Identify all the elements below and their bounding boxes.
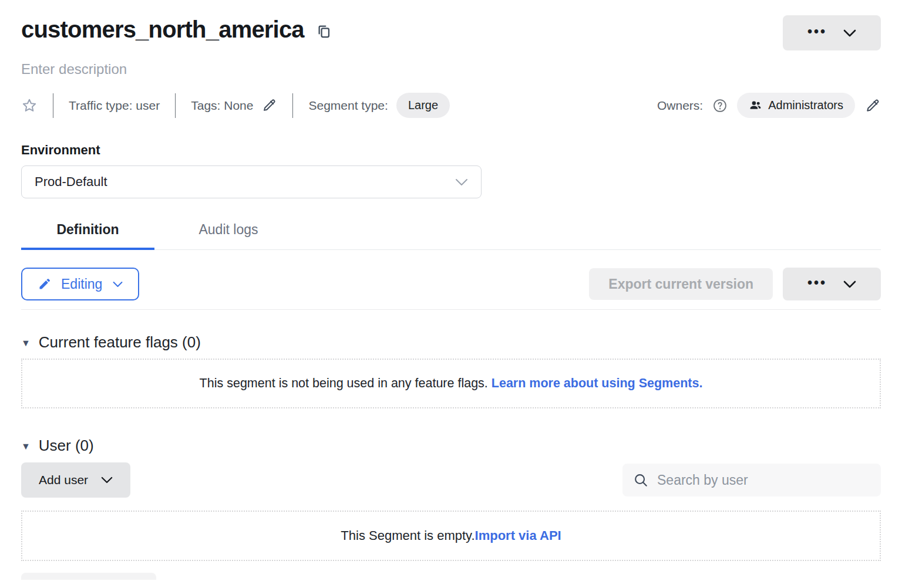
editing-mode-button[interactable]: Editing: [21, 268, 139, 300]
edit-tags-button[interactable]: [261, 97, 277, 113]
search-icon: [633, 472, 649, 488]
user-search-input[interactable]: [656, 472, 870, 489]
environment-selected-value: Prod-Default: [35, 174, 107, 190]
copy-name-button[interactable]: [316, 23, 332, 39]
environment-label: Environment: [21, 143, 881, 158]
user-section-heading: ▼ User (0): [21, 437, 881, 455]
ellipsis-icon: •••: [807, 276, 827, 290]
environment-select[interactable]: Prod-Default: [21, 165, 482, 198]
edit-owners-button[interactable]: [864, 97, 881, 114]
environment-section: Environment Prod-Default: [21, 143, 881, 198]
collapse-caret-icon[interactable]: ▼: [21, 441, 31, 452]
chevron-down-icon: [843, 29, 856, 37]
chevron-down-icon: [455, 178, 468, 186]
owners-group: Owners: Administrators: [657, 93, 881, 118]
owners-label: Owners:: [657, 99, 703, 113]
user-controls-row: Add user: [21, 462, 881, 498]
tab-bar: Definition Audit logs: [21, 222, 881, 250]
divider: [175, 93, 176, 118]
description-placeholder[interactable]: Enter description: [21, 61, 127, 77]
page-title: customers_north_america: [21, 15, 304, 43]
owners-badge: Administrators: [737, 93, 855, 118]
feature-flags-empty-state: This segment is not being used in any fe…: [21, 359, 881, 408]
users-empty-text: This Segment is empty.: [341, 528, 474, 543]
copy-icon: [316, 23, 332, 39]
cutoff-element: [21, 573, 156, 580]
tags-label: Tags: None: [191, 99, 253, 113]
header-more-menu-button[interactable]: •••: [783, 15, 881, 50]
tags: Tags: None: [191, 97, 277, 113]
chevron-down-icon: [113, 281, 123, 288]
question-circle-icon: [712, 98, 728, 113]
owners-help-button[interactable]: [712, 98, 728, 113]
user-section-title: User (0): [39, 437, 94, 455]
tab-audit-logs[interactable]: Audit logs: [154, 222, 302, 249]
pencil-icon: [261, 97, 277, 113]
meta-row: Traffic type: user Tags: None Segment ty…: [21, 93, 881, 118]
ellipsis-icon: •••: [807, 25, 827, 39]
toolbar-more-menu-button[interactable]: •••: [783, 268, 881, 300]
segment-detail-page: customers_north_america ••• Enter descri…: [0, 0, 902, 580]
favorite-star-button[interactable]: [21, 97, 38, 114]
collapse-caret-icon[interactable]: ▼: [21, 338, 31, 349]
add-user-button[interactable]: Add user: [21, 462, 130, 498]
divider: [292, 93, 293, 118]
import-via-api-link[interactable]: Import via API: [475, 528, 561, 543]
divider: [21, 309, 881, 310]
export-current-version-button[interactable]: Export current version: [589, 268, 773, 300]
owners-value: Administrators: [768, 99, 843, 112]
pencil-icon: [864, 97, 881, 114]
learn-more-link[interactable]: Learn more about using Segments.: [492, 376, 703, 390]
tab-definition-label: Definition: [56, 222, 119, 237]
page-header: customers_north_america •••: [21, 15, 881, 50]
segment-type: Segment type: Large: [308, 93, 450, 118]
editing-label: Editing: [61, 276, 102, 292]
divider: [53, 93, 53, 118]
people-icon: [749, 99, 762, 112]
traffic-type-label: Traffic type: user: [69, 99, 160, 113]
tab-definition[interactable]: Definition: [21, 222, 154, 249]
chevron-down-icon: [843, 281, 856, 288]
pencil-filled-icon: [38, 277, 52, 291]
user-search-box: [622, 464, 881, 496]
users-empty-state: This Segment is empty.Import via API: [21, 511, 881, 561]
feature-flags-empty-text: This segment is not being used in any fe…: [200, 376, 492, 390]
definition-toolbar: Editing Export current version •••: [21, 268, 881, 300]
tab-audit-logs-label: Audit logs: [198, 222, 258, 237]
segment-type-badge: Large: [396, 93, 450, 118]
feature-flags-section-title: Current feature flags (0): [39, 333, 201, 352]
add-user-label: Add user: [39, 473, 88, 487]
traffic-type: Traffic type: user: [69, 99, 160, 113]
star-icon: [21, 97, 38, 114]
chevron-down-icon: [101, 477, 113, 484]
segment-type-label: Segment type:: [308, 99, 388, 113]
feature-flags-section-heading: ▼ Current feature flags (0): [21, 333, 881, 352]
